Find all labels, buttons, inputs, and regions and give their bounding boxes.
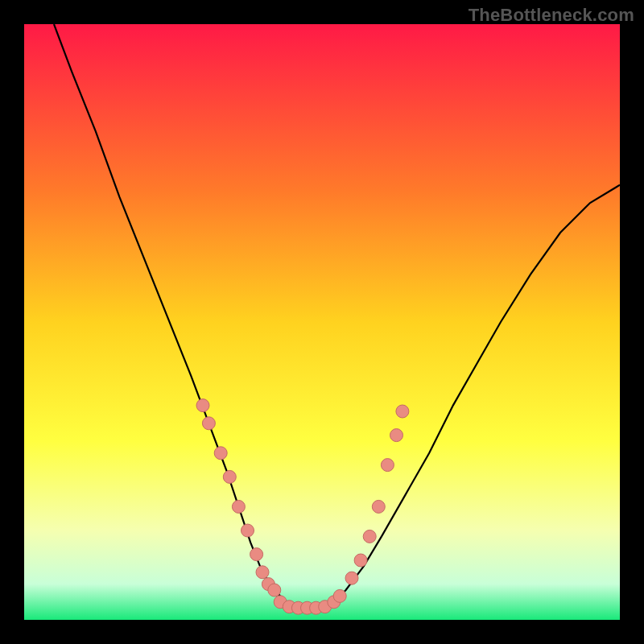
data-point bbox=[242, 524, 254, 537]
chart-stage: TheBottleneck.com bbox=[0, 0, 644, 644]
data-point bbox=[214, 447, 227, 460]
data-point bbox=[345, 572, 358, 584]
data-point bbox=[354, 554, 367, 567]
watermark-text: TheBottleneck.com bbox=[469, 5, 634, 26]
data-point bbox=[232, 500, 245, 513]
plot-area bbox=[24, 24, 620, 620]
data-point bbox=[381, 459, 394, 472]
gradient-background bbox=[24, 24, 620, 620]
data-point bbox=[202, 417, 215, 430]
data-point bbox=[390, 429, 403, 442]
data-point bbox=[250, 548, 263, 561]
data-point bbox=[333, 589, 346, 602]
data-point bbox=[396, 405, 409, 418]
chart-svg bbox=[24, 24, 620, 620]
data-point bbox=[372, 500, 385, 513]
data-point bbox=[268, 584, 281, 597]
data-point bbox=[256, 566, 269, 579]
data-point bbox=[196, 399, 209, 412]
data-point bbox=[363, 530, 376, 543]
data-point bbox=[223, 470, 236, 483]
